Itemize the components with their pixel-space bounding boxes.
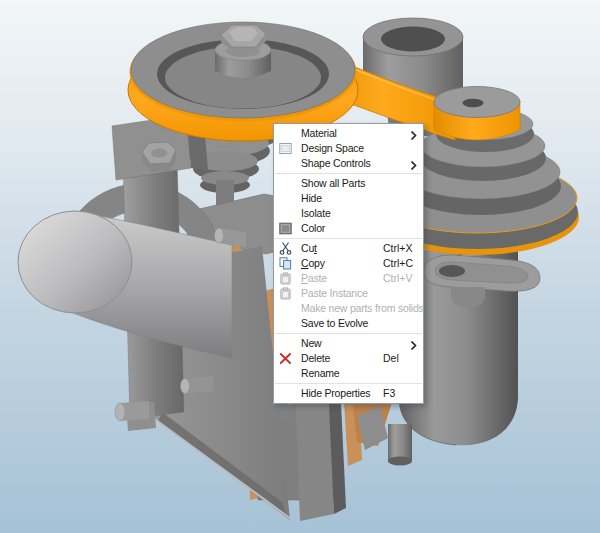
menu-item-shape-controls[interactable]: Shape Controls [274,156,423,171]
menu-item-label: Save to Evolve [301,316,368,331]
menu-item-label: Make new parts from solids [301,301,424,316]
menu-item-label: Material [301,126,337,141]
menu-shortcut: Ctrl+C [383,256,413,271]
menu-separator [275,383,422,384]
menu-separator [275,238,422,239]
cut-icon [279,242,292,255]
submenu-arrow-icon [411,159,417,168]
menu-shortcut: F3 [383,386,395,401]
menu-item-label: Color [301,221,325,236]
menu-item-material[interactable]: Material [274,126,423,141]
menu-shortcut: Ctrl+X [383,241,412,256]
menu-item-hide[interactable]: Hide [274,191,423,206]
small-pulley[interactable] [434,87,520,141]
menu-item-label: Paste [301,271,327,286]
menu-item-label: Cut [301,241,317,256]
menu-item-label: Show all Parts [301,176,365,191]
cad-window: MaterialDesign SpaceShape ControlsShow a… [0,0,600,533]
menu-item-label: Shape Controls [301,156,371,171]
context-menu: MaterialDesign SpaceShape ControlsShow a… [273,123,424,404]
menu-separator [275,333,422,334]
menu-item-label: Copy [301,256,325,271]
menu-item-hide-properties[interactable]: Hide PropertiesF3 [274,386,423,401]
design-space-icon [279,142,292,155]
menu-item-label: Isolate [301,206,331,221]
menu-shortcut: Ctrl+V [383,271,412,286]
delete-icon [279,352,292,365]
hub-bolt[interactable] [221,25,266,50]
copy-icon [279,257,292,270]
submenu-arrow-icon [411,339,417,348]
menu-item-copy[interactable]: CopyCtrl+C [274,256,423,271]
menu-item-label: Rename [301,366,340,381]
menu-item-paste: PasteCtrl+V [274,271,423,286]
menu-item-label: New [301,336,321,351]
menu-item-label: Hide Properties [301,386,370,401]
menu-item-new[interactable]: New [274,336,423,351]
menu-item-label: Hide [301,191,322,206]
menu-item-label: Paste Instance [301,286,368,301]
menu-item-cut[interactable]: CutCtrl+X [274,241,423,256]
menu-item-label: Delete [301,351,330,366]
menu-separator [275,173,422,174]
menu-item-label: Design Space [301,141,364,156]
submenu-arrow-icon [411,129,417,138]
menu-item-show-all-parts[interactable]: Show all Parts [274,176,423,191]
drain-pipe[interactable] [388,424,412,466]
menu-item-color[interactable]: Color [274,221,423,236]
menu-item-save-to-evolve[interactable]: Save to Evolve [274,316,423,331]
menu-shortcut: Del [383,351,399,366]
paste-icon [279,272,292,285]
menu-item-design-space[interactable]: Design Space [274,141,423,156]
menu-item-make-new-parts-from-solids: Make new parts from solids [274,301,423,316]
menu-item-isolate[interactable]: Isolate [274,206,423,221]
menu-item-rename[interactable]: Rename [274,366,423,381]
menu-item-delete[interactable]: DeleteDel [274,351,423,366]
paste-instance-icon [279,287,292,300]
menu-item-paste-instance: Paste Instance [274,286,423,301]
color-swatch-icon [279,222,292,235]
